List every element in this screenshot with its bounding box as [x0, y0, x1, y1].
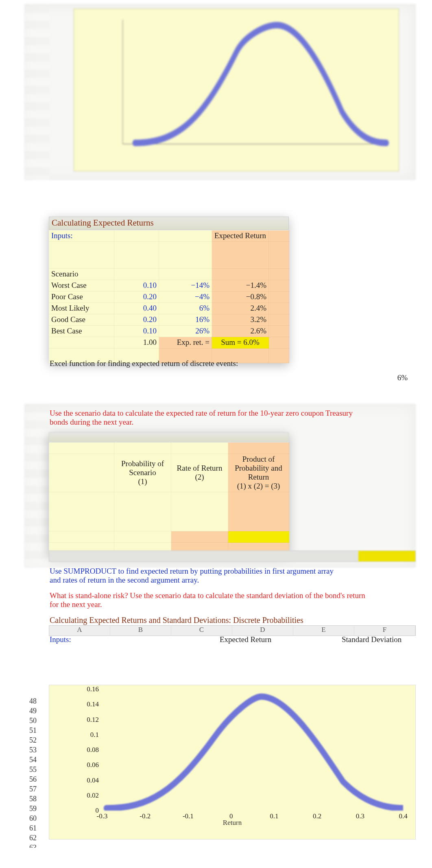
section3-title: Calculating Expected Returns and Standar…: [50, 616, 408, 625]
table-row: Poor Case 0.20 −4% −0.8%: [49, 292, 289, 303]
top-chart-panel: [24, 4, 416, 180]
y-tick: 0.08: [87, 746, 102, 754]
x-tick: -0.1: [183, 811, 194, 820]
x-tick: 0.4: [399, 811, 407, 820]
y-tick: 0.02: [87, 791, 102, 800]
x-tick: 0.2: [313, 811, 321, 820]
formula-bar: [49, 550, 416, 562]
column-headers: A B C D E F: [49, 625, 416, 636]
y-tick: 0.06: [87, 761, 102, 769]
y-tick: 0.14: [87, 700, 102, 708]
standalone-risk-question: What is stand-alone risk? Use the scenar…: [50, 591, 375, 609]
expret-header-2: Expected Return: [220, 635, 271, 644]
x-tick: -0.2: [140, 811, 151, 820]
chart-area-top: [74, 9, 399, 171]
expret-label: Exp. ret. =: [159, 337, 212, 349]
excel-note: Excel function for finding expected retu…: [50, 359, 408, 368]
col-prod-header: Product of Probability and Return(1) x (…: [228, 454, 289, 492]
chart-area-bottom: 00.020.040.060.080.10.120.140.16-0.3-0.2…: [49, 685, 416, 840]
expected-returns-table: Calculating Expected Returns Inputs: Exp…: [49, 217, 289, 363]
inputs-label: Inputs:: [49, 230, 114, 242]
row-numbers: 4849505152535455565758596061626364: [24, 696, 37, 848]
excel-result: 6%: [397, 373, 408, 382]
bell-curve-bottom: [102, 689, 403, 811]
col-prob-header: Probability of Scenario(1): [114, 454, 171, 492]
sumproduct-note: Use SUMPRODUCT to find expected return b…: [50, 567, 334, 585]
bell-curve-top: [74, 9, 399, 171]
y-tick: 0.16: [87, 685, 102, 693]
y-tick: 0.1: [90, 731, 102, 739]
expret-header: Expected Return: [212, 230, 269, 242]
y-tick: 0.04: [87, 776, 102, 785]
table-row: Best Case 0.10 26% 2.6%: [49, 326, 289, 337]
scenario-header: Scenario: [49, 269, 114, 280]
sum-prob: 1.00: [114, 337, 159, 349]
sum-result: Sum = 6.0%: [212, 337, 269, 349]
scenario-calc-table: Probability of Scenario(1) Rate of Retur…: [49, 432, 289, 554]
table-row: Good Case 0.20 16% 3.2%: [49, 314, 289, 326]
section2-prompt: Use the scenario data to calculate the e…: [50, 409, 367, 427]
x-tick: 0.3: [356, 811, 364, 820]
table-row: Most Likely 0.40 6% 2.4%: [49, 303, 289, 314]
table-row: Worst Case 0.10 −14% −1.4%: [49, 280, 289, 292]
x-tick: -0.3: [97, 811, 108, 820]
x-tick: 0.1: [270, 811, 278, 820]
x-axis-label: Return: [223, 819, 242, 827]
col-ret-header: Rate of Return(2): [171, 454, 228, 492]
inputs-label-2: Inputs:: [50, 635, 71, 644]
y-tick: 0.12: [87, 716, 102, 724]
std-header: Standard Deviation: [342, 635, 401, 644]
section1-title: Calculating Expected Returns: [49, 217, 289, 230]
